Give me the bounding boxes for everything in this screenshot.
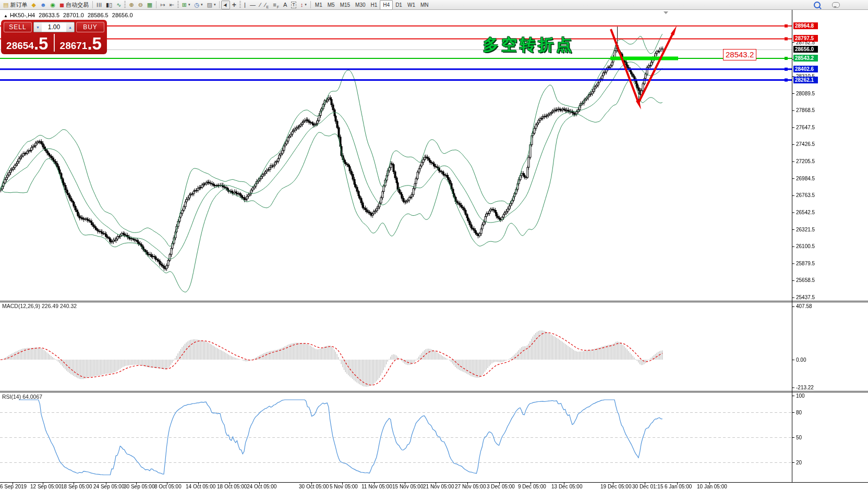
cursor-button[interactable]: ➤ [221,1,230,9]
new-order-icon: ▤ [3,2,8,8]
timeframe-mn[interactable]: MN [418,1,431,9]
toolbar-separator [156,1,156,8]
crosshair-icon: + [232,2,236,8]
pane-separator-rsi[interactable] [0,389,868,392]
new-order-button-label: 新订单 [10,1,27,9]
fibonacci-icon: ≡ [273,2,276,8]
timeframe-h4-label: H4 [383,2,390,8]
arrows-icon: ↕ [300,2,304,8]
templates-button[interactable]: ▨▾ [205,1,218,9]
arrows-button[interactable]: ↕▾ [298,1,309,9]
signal-button[interactable]: ◉ [48,1,57,9]
indicators-button[interactable]: ⊞▾ [180,1,192,9]
chart-header: ▲HK50-,H4 28633.5 28701.0 28586.5 28656.… [4,12,135,18]
cursor-icon: ➤ [222,2,230,8]
text-label-button[interactable]: T [289,1,298,9]
rsi-value: 64.0067 [22,394,42,400]
chat-icon [832,2,840,8]
timeframe-m15-label: M15 [340,2,350,8]
line-chart-button[interactable]: ∿ [114,1,123,9]
low-value: 28586.5 [88,12,108,18]
timeframe-h4[interactable]: H4 [380,0,393,10]
fibonacci-button[interactable]: ≡F [271,1,281,9]
search-button[interactable] [812,1,823,9]
price-badge: 28402.6 [793,66,818,72]
collapse-arrow-icon[interactable]: ▲ [4,14,8,18]
metaeditor-button[interactable]: ◆ [29,1,38,9]
equidistant-channel-button-sub: E [267,5,269,9]
chevron-down-icon: ▾ [214,3,216,7]
vertical-line-button[interactable]: | [242,1,248,9]
text-icon: A [283,2,287,8]
volume-increase-button[interactable]: ▲ [66,22,74,32]
buy-price-main: 28671 [60,40,88,52]
chart-shift-button[interactable]: ↦ [158,1,167,9]
candlestick-chart-button[interactable]: ▮▯ [104,1,114,9]
crosshair-button[interactable]: + [230,1,238,9]
community-button[interactable]: ☻ [38,1,49,9]
autotrading-button[interactable]: ◼自动交易 [57,1,91,9]
toolbar-separator [92,1,93,8]
price-badge: 28964.8 [793,22,818,29]
chat-button[interactable] [830,1,842,9]
bar-chart-button[interactable]: ☰ [94,1,104,9]
horizontal-line-icon: — [250,2,256,8]
chart-text-annotation[interactable]: 多空转折点 [483,34,574,56]
zoom-out-icon: ⊖ [138,2,143,8]
macd-label: MACD(12,26,9)226.49 240.32 [2,303,78,309]
volume-decrease-button[interactable]: ▼ [34,22,42,32]
zoom-out-button[interactable]: ⊖ [136,1,145,9]
timeframe-m5-label: M5 [328,2,335,8]
sell-button[interactable]: SELL [4,22,32,32]
community-icon: ☻ [40,2,46,8]
vertical-line-icon: | [244,2,246,8]
macd-name: MACD(12,26,9) [2,303,40,309]
zoom-in-button[interactable]: ⊕ [127,1,136,9]
one-click-trading-panel: SELL ▼ ▲ BUY 28654.5 28671.5 [1,20,107,54]
time-axis[interactable] [0,482,792,491]
toolbar-separator [177,1,179,8]
bar-chart-icon: ☰ [97,2,102,7]
periods-button[interactable]: ◷▾ [192,1,204,9]
chart-canvas[interactable] [0,0,868,491]
text-button[interactable]: A [281,1,289,9]
timeframe-d1[interactable]: D1 [393,1,405,9]
timeframe-m1[interactable]: M1 [312,1,325,9]
tile-windows-button[interactable]: ▦ [145,1,154,9]
horizontal-line-button[interactable]: — [248,1,258,9]
buy-price-frac: .5 [87,36,102,52]
chevron-down-icon: ▾ [305,3,307,7]
timeframe-m15[interactable]: M15 [337,1,353,9]
volume-input[interactable] [42,23,66,31]
autotrading-button-label: 自动交易 [66,1,89,9]
buy-button[interactable]: BUY [76,22,104,32]
timeframe-mn-label: MN [420,2,429,8]
text-label-icon: T [291,2,296,8]
timeframe-m5[interactable]: M5 [325,1,337,9]
toolbar-separator [239,1,241,8]
price-badge: 28797.5 [793,35,818,42]
timeframe-h1-label: H1 [371,2,378,8]
buy-price-display[interactable]: 28671.5 [55,33,107,53]
chevron-down-icon: ▾ [188,3,190,7]
trendline-button[interactable]: ∕ [258,1,263,9]
sell-price-display[interactable]: 28654.5 [1,33,54,53]
fibonacci-button-sub: F [277,5,279,9]
equidistant-channel-button[interactable]: ∕E [263,1,271,9]
price-tag-label[interactable]: 28543.2 [723,49,756,60]
new-order-button[interactable]: ▤新订单 [1,1,29,9]
chevron-down-icon: ▾ [201,3,203,7]
macd-values: 226.49 240.32 [42,303,77,309]
timeframe-w1[interactable]: W1 [405,1,418,9]
pane-separator-macd[interactable] [0,299,868,302]
sell-price-main: 28654 [6,40,34,52]
timeframe-m1-label: M1 [315,2,322,8]
symbol-period-label: HK50-,H4 [10,12,35,18]
timeframe-h1[interactable]: H1 [368,1,380,9]
zoom-in-icon: ⊕ [129,2,134,8]
auto-scroll-button[interactable]: ⇤ [167,1,176,9]
price-badge: 28543.2 [793,55,818,62]
timeframe-m30[interactable]: M30 [353,1,368,9]
price-badge: 28262.1 [793,77,818,83]
high-value: 28701.0 [63,12,84,18]
